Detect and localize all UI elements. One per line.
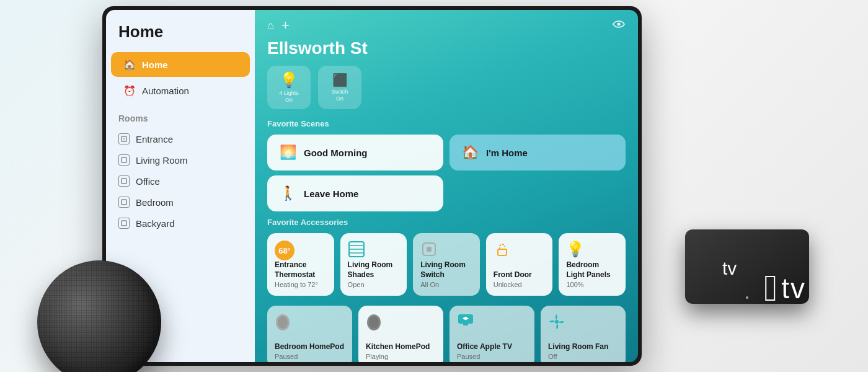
im-home-icon: 🏠 — [462, 144, 479, 161]
accessory-bedroom-lights[interactable]: 💡 Bedroom Light Panels 100% — [559, 233, 626, 296]
sidebar-automation-label: Automation — [142, 86, 189, 96]
automation-nav-icon: ⏰ — [123, 84, 136, 97]
fan-status: Off — [548, 353, 618, 360]
thermostat-name: Entrance Thermostat — [275, 260, 327, 280]
bedroom-lights-status: 100% — [566, 281, 618, 288]
add-icon[interactable]: + — [281, 17, 290, 33]
home-icon[interactable]: ⌂ — [267, 19, 274, 32]
top-bar-left: ⌂ + — [267, 17, 290, 33]
svg-point-15 — [278, 316, 288, 329]
top-bar: ⌂ + — [255, 10, 638, 33]
fan-name: Living Room Fan — [548, 342, 618, 352]
atv-led — [746, 296, 748, 299]
leave-home-icon: 🚶 — [280, 185, 296, 202]
room-item-entrance[interactable]: Entrance — [106, 128, 255, 149]
bedroom-homepod-status: Paused — [275, 353, 345, 360]
shades-name: Living Room Shades — [348, 260, 400, 280]
accessory-front-door[interactable]: Front Door Unlocked — [486, 233, 553, 296]
room-icon-office — [118, 175, 130, 187]
sidebar-item-home[interactable]: 🏠 Home — [111, 52, 250, 77]
sidebar-title: Home — [106, 22, 255, 51]
switch-label: SwitchOn — [332, 89, 348, 102]
voice-icon[interactable] — [612, 19, 626, 33]
office-atv-status: Paused — [457, 353, 527, 360]
switch-status-tile[interactable]: ⬛ SwitchOn — [318, 66, 361, 109]
accessory-living-room-switch[interactable]: Living Room Switch All On — [413, 233, 480, 296]
leave-home-label: Leave Home — [304, 188, 358, 199]
scenes-row: 🌅 Good Morning 🏠 I'm Home — [255, 135, 638, 175]
main-content: ⌂ + Ellsworth St 💡 4 LightsOn — [255, 10, 638, 362]
thermostat-temp: 68° — [275, 241, 294, 260]
scene-leave-home[interactable]: 🚶 Leave Home — [267, 175, 443, 211]
svg-point-17 — [369, 316, 379, 329]
scene-im-home[interactable]: 🏠 I'm Home — [450, 135, 626, 170]
lights-label: 4 LightsOn — [279, 90, 299, 104]
light-panel-icon: 💡 — [566, 241, 585, 257]
im-home-label: I'm Home — [486, 148, 528, 158]
ipad-screen: Home 🏠 Home ⏰ Automation Rooms — [106, 10, 638, 362]
homepod-mesh — [37, 260, 161, 372]
room-item-living-room[interactable]: Living Room — [106, 149, 255, 170]
accessory-kitchen-homepod[interactable]: Kitchen HomePod Playing — [358, 306, 443, 362]
svg-rect-13 — [498, 249, 507, 255]
kitchen-homepod-name: Kitchen HomePod — [366, 342, 436, 352]
page-title: Ellsworth St — [255, 33, 638, 66]
accessory-living-room-shades[interactable]: Living Room Shades Open — [340, 233, 407, 296]
home-nav-icon: 🏠 — [123, 58, 136, 71]
bedroom-homepod-name: Bedroom HomePod — [275, 342, 345, 352]
accessory-entrance-thermostat[interactable]: 68° Entrance Thermostat Heating to 72° — [267, 233, 334, 296]
room-label-living-room: Living Room — [136, 155, 187, 166]
scenes-section-label: Favorite Scenes — [255, 119, 638, 135]
shades-status: Open — [348, 281, 400, 288]
lights-status-tile[interactable]: 💡 4 LightsOn — [267, 66, 311, 109]
switch-icon: ⬛ — [332, 73, 348, 87]
thermostat-icon-wrapper: 68° — [275, 241, 327, 260]
svg-rect-3 — [122, 179, 126, 184]
svg-rect-12 — [427, 247, 432, 252]
accessories-row-2: Bedroom HomePod Paused Kitchen HomePod — [255, 306, 638, 362]
accessory-bedroom-homepod[interactable]: Bedroom HomePod Paused — [267, 306, 352, 362]
atv-brand-overlay:  tv — [764, 270, 806, 307]
kitchen-homepod-status: Playing — [366, 353, 436, 360]
room-label-entrance: Entrance — [136, 134, 173, 144]
sidebar-item-automation[interactable]: ⏰ Automation — [111, 78, 250, 103]
ipad-frame: Home 🏠 Home ⏰ Automation Rooms — [102, 6, 642, 366]
apple-symbol:  — [764, 270, 777, 307]
front-door-name: Front Door — [494, 270, 546, 280]
lock-icon-wrapper — [494, 241, 546, 260]
svg-point-6 — [618, 22, 621, 25]
lights-icon: 💡 — [280, 71, 298, 89]
svg-text:tv: tv — [722, 258, 737, 278]
thermostat-status: Heating to 72° — [275, 281, 327, 288]
tv-text: tv — [781, 272, 806, 305]
accessories-section-label: Favorite Accessories — [255, 218, 638, 233]
scene-good-morning[interactable]: 🌅 Good Morning — [267, 135, 443, 170]
light-panel-icon-wrapper: 💡 — [566, 241, 618, 258]
good-morning-icon: 🌅 — [280, 144, 296, 161]
fan-icon-wrapper — [548, 313, 618, 333]
accessory-living-room-fan[interactable]: Living Room Fan Off — [541, 306, 626, 362]
accessory-office-apple-tv[interactable]: Office Apple TV Paused — [450, 306, 534, 362]
status-tiles: 💡 4 LightsOn ⬛ SwitchOn — [255, 66, 638, 119]
svg-point-20 — [555, 320, 559, 324]
accessories-row-1: 68° Entrance Thermostat Heating to 72° — [255, 233, 638, 306]
front-door-status: Unlocked — [494, 281, 546, 288]
rooms-section-label: Rooms — [106, 104, 255, 128]
kitchen-homepod-icon-wrapper — [366, 313, 436, 334]
homepod-mini — [19, 186, 180, 372]
room-icon-entrance — [118, 133, 130, 144]
room-label-office: Office — [136, 176, 160, 187]
switch-acc-icon-wrapper — [420, 241, 472, 260]
room-icon-living-room — [118, 154, 130, 166]
switch-acc-status: All On — [420, 281, 472, 288]
shades-icon-wrapper — [348, 241, 400, 260]
good-morning-label: Good Morning — [304, 148, 367, 158]
switch-acc-name: Living Room Switch — [420, 260, 472, 280]
sidebar-home-label: Home — [142, 60, 168, 70]
homepod-sphere — [37, 260, 161, 372]
apple-tv-device: tv — [685, 229, 834, 353]
bedroom-lights-name: Bedroom Light Panels — [566, 260, 618, 280]
office-atv-icon-wrapper — [457, 313, 527, 329]
office-atv-name: Office Apple TV — [457, 342, 527, 352]
bedroom-homepod-icon-wrapper — [275, 313, 345, 334]
